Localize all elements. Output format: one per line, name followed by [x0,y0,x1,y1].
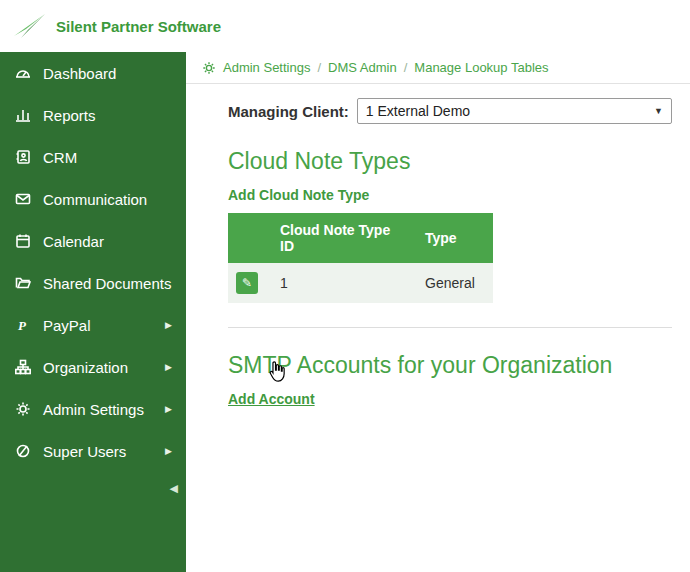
chevron-right-icon: ▶ [165,446,172,456]
chevron-right-icon: ▶ [165,362,172,372]
edit-row-button[interactable]: ✎ [236,272,258,294]
edit-cell: ✎ [228,263,268,303]
brand-logo-icon [12,11,48,41]
managing-client-selected-value: 1 External Demo [366,103,470,119]
section-divider [228,327,672,328]
managing-client-label: Managing Client: [228,103,349,120]
sidebar-item-communication[interactable]: Communication [0,178,186,220]
edit-column-header [228,213,268,263]
sidebar-item-label: Organization [43,359,128,376]
sidebar-item-label: Calendar [43,233,104,250]
sidebar-item-label: PayPal [43,317,91,334]
chevron-down-icon: ▼ [654,106,663,116]
sidebar-item-dashboard[interactable]: Dashboard [0,52,186,94]
breadcrumb-item-manage-lookup-tables[interactable]: Manage Lookup Tables [414,60,548,75]
chevron-right-icon: ▶ [165,404,172,414]
add-account-link[interactable]: Add Account [228,391,315,407]
breadcrumb-separator: / [317,60,321,75]
folder-open-icon [14,275,31,292]
sidebar-collapse-button[interactable]: ◀ [166,478,182,499]
breadcrumb-item-admin-settings[interactable]: Admin Settings [223,60,310,75]
dashboard-icon [14,65,31,82]
super-users-icon [14,443,31,460]
sidebar-item-super-users[interactable]: Super Users ▶ [0,430,186,472]
envelope-icon [14,191,31,208]
brand-name: Silent Partner Software [56,18,221,35]
sidebar-item-organization[interactable]: Organization ▶ [0,346,186,388]
main-content: Admin Settings / DMS Admin / Manage Look… [186,52,690,572]
sidebar: Dashboard Reports CRM Communication Cale… [0,52,186,572]
address-book-icon [14,149,31,166]
breadcrumb: Admin Settings / DMS Admin / Manage Look… [186,52,690,84]
sidebar-item-calendar[interactable]: Calendar [0,220,186,262]
sidebar-item-shared-documents[interactable]: Shared Documents [0,262,186,304]
sidebar-item-admin-settings[interactable]: Admin Settings ▶ [0,388,186,430]
managing-client-select[interactable]: 1 External Demo ▼ [357,98,672,124]
sidebar-item-label: Communication [43,191,147,208]
sidebar-item-paypal[interactable]: P PayPal ▶ [0,304,186,346]
paypal-icon: P [14,317,31,334]
sidebar-item-crm[interactable]: CRM [0,136,186,178]
sidebar-item-reports[interactable]: Reports [0,94,186,136]
sidebar-item-label: Admin Settings [43,401,144,418]
table-header-row: Cloud Note Type ID Type [228,213,493,263]
bar-chart-icon [14,107,31,124]
cloud-note-types-title: Cloud Note Types [228,148,672,175]
sidebar-item-label: Reports [43,107,96,124]
managing-client-row: Managing Client: 1 External Demo ▼ [228,98,672,124]
cloud-note-types-table: Cloud Note Type ID Type ✎ 1 General [228,213,493,303]
gear-icon [14,401,31,418]
content-area: Managing Client: 1 External Demo ▼ Cloud… [186,84,690,408]
cell-note-type-id: 1 [268,263,413,303]
sitemap-icon [14,359,31,376]
smtp-accounts-title: SMTP Accounts for your Organization [228,352,672,379]
column-header-type: Type [413,213,493,263]
sidebar-item-label: Shared Documents [43,275,171,292]
sidebar-item-label: Dashboard [43,65,116,82]
add-cloud-note-type-link[interactable]: Add Cloud Note Type [228,187,369,203]
breadcrumb-item-dms-admin[interactable]: DMS Admin [328,60,397,75]
sidebar-item-label: Super Users [43,443,126,460]
gear-icon [202,61,216,75]
cell-note-type: General [413,263,493,303]
column-header-id: Cloud Note Type ID [268,213,413,263]
svg-text:P: P [18,318,27,333]
calendar-icon [14,233,31,250]
breadcrumb-separator: / [404,60,408,75]
table-row: ✎ 1 General [228,263,493,303]
pencil-icon: ✎ [242,276,252,290]
chevron-right-icon: ▶ [165,320,172,330]
app-header: Silent Partner Software [0,0,690,52]
sidebar-item-label: CRM [43,149,77,166]
